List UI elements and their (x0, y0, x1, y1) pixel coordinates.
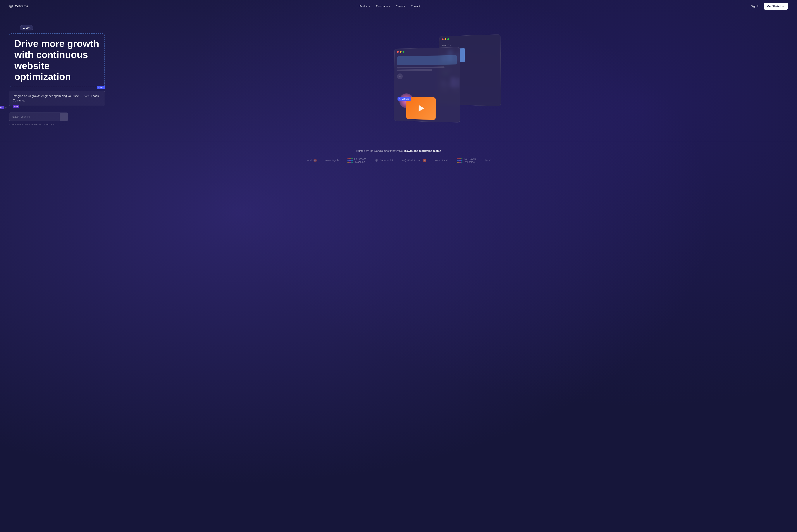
logo-lagrowth-1: La GrowthMachine (348, 157, 366, 164)
url-prefix-label: https:// (9, 113, 19, 120)
logo-partial-text: ound (306, 159, 312, 162)
cursor-arrow-icon: ▸ (5, 106, 7, 109)
hero-heading-box: Drive more growth with continuous websit… (9, 33, 105, 87)
centurylink-label: CenturyLink (379, 159, 393, 162)
text-line-2 (397, 69, 432, 71)
finalround-label: Final Round (407, 159, 422, 162)
nav-right: Sign In Get Started → (751, 3, 788, 10)
nav-resources[interactable]: Resources ▾ (376, 5, 390, 8)
front-dot-green (403, 51, 404, 53)
finalround-icon (402, 159, 406, 162)
play-icon (419, 105, 424, 112)
card-front: ○ ⬡ Coframe (393, 47, 460, 122)
sign-in-link[interactable]: Sign In (751, 5, 759, 8)
search-row: ○ (397, 73, 457, 79)
logo-synth-1: Synth (326, 159, 339, 162)
hero-right: Ease of use: ↑ 12, 11% Conversion: ↑ 9.1… (105, 29, 788, 121)
james-label: James (0, 106, 4, 109)
front-dot-yellow (400, 51, 402, 53)
dot-red (442, 38, 443, 40)
hero-left: ▲ 28% Drive more growth with continuous … (9, 25, 105, 126)
lgm-icon-1 (348, 158, 353, 163)
final-round-badge-partial: AI (314, 159, 317, 162)
logo-synth-2: Synth (435, 159, 448, 162)
product-chevron-icon: ▾ (369, 5, 370, 7)
synth-icon (326, 160, 331, 161)
coframe-badge-text: Coframe (402, 98, 409, 100)
lagrowth-label-2: La GrowthMachine (464, 157, 476, 164)
url-submit-arrow-icon: → (62, 115, 65, 118)
partial-c-icon: ✳ (485, 158, 488, 163)
dot-green (447, 38, 449, 40)
hero-heading: Drive more growth with continuous websit… (14, 38, 99, 82)
resources-chevron-icon: ▾ (389, 5, 390, 7)
synth-icon-2 (435, 160, 440, 161)
final-round-badge: AI (423, 159, 426, 162)
james-cursor: James ▸ (0, 106, 7, 109)
url-submit-button[interactable]: → (60, 113, 68, 121)
navigation: Coframe Product ▾ Resources ▾ Careers Co… (0, 0, 797, 13)
synth-label-2: Synth (442, 159, 448, 162)
nav-product[interactable]: Product ▾ (359, 5, 370, 8)
url-field-wrapper: https:// → (9, 113, 68, 121)
trusted-text-bold: growth and marketing teams (404, 149, 441, 152)
logo-lagrowth-2: La GrowthMachine (457, 157, 476, 164)
search-circle-icon: ○ (397, 73, 403, 79)
h1-code-tag: <h1> (97, 86, 105, 89)
hero-section: ▲ 28% Drive more growth with continuous … (0, 13, 797, 142)
synth-label-1: Synth (332, 159, 339, 162)
start-free-text: START FREE. INTEGRATE IN 2 MINUTES. (9, 123, 105, 126)
dot-yellow (445, 38, 446, 40)
card-front-body: ○ (394, 54, 460, 83)
nav-careers[interactable]: Careers (396, 5, 405, 8)
svg-point-1 (403, 159, 405, 162)
growth-badge-text: ▲ 28% (23, 26, 31, 29)
growth-badge: ▲ 28% (20, 25, 33, 31)
get-started-button[interactable]: Get Started → (764, 3, 788, 10)
lgm-icon-2 (457, 158, 462, 163)
coframe-badge-icon: ⬡ (399, 98, 401, 100)
brand-name: Coframe (15, 4, 28, 8)
text-lines (397, 66, 457, 71)
front-dot-red (397, 51, 399, 53)
logo-final-round-partial: ound AI (306, 159, 316, 162)
hero-visual: Ease of use: ↑ 12, 11% Conversion: ↑ 9.1… (393, 29, 500, 121)
nav-contact[interactable]: Contact (411, 5, 420, 8)
coframe-badge: ⬡ Coframe (397, 97, 411, 101)
blue-rectangle (397, 55, 457, 65)
partial-c-label: C (489, 159, 491, 162)
hero-subheading: Imagine an AI growth engineer optimizing… (13, 94, 101, 103)
logos-row: ound AI Synth (9, 157, 788, 164)
logo-icon (9, 4, 13, 8)
nav-links: Product ▾ Resources ▾ Careers Contact (359, 5, 420, 8)
logo-partial-c: ✳ C (485, 158, 491, 163)
logo-finalround: Final Round AI (402, 159, 426, 162)
lagrowth-label-1: La GrowthMachine (354, 157, 366, 164)
hero-subheading-box: Imagine an AI growth engineer optimizing… (9, 91, 105, 106)
centurylink-icon: ✳ (375, 158, 378, 163)
chart-bar-4 (460, 48, 465, 62)
p-code-tag: <p> (13, 105, 19, 108)
logo-centurylink: ✳ CenturyLink (375, 158, 393, 163)
ease-label: Ease of use: (442, 43, 497, 46)
text-line-1 (397, 66, 444, 69)
trusted-section: Trusted by the world's most innovative g… (0, 142, 797, 169)
trusted-text: Trusted by the world's most innovative g… (9, 149, 788, 152)
logo[interactable]: Coframe (9, 4, 28, 8)
url-input[interactable] (19, 113, 60, 120)
